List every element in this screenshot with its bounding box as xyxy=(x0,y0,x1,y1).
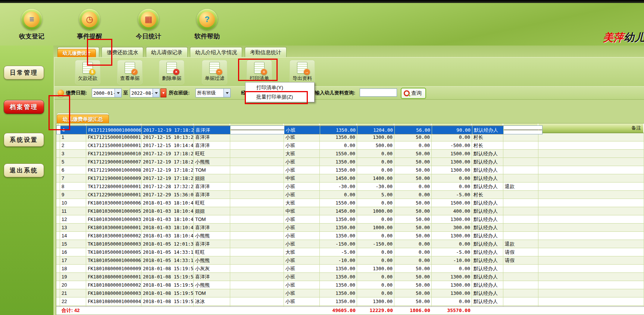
search-input[interactable] xyxy=(360,88,397,97)
row-gutter xyxy=(56,248,60,256)
help-icon: ? xyxy=(197,9,218,30)
filter-bill-button[interactable]: ~ 单据过滤 xyxy=(202,60,227,84)
content-panel: $ 欠款还款 ✓ 查看单据 × 删除单据 ~ 单据过滤 ≡ 打印清单 xyxy=(54,57,644,315)
table-row[interactable]: 13FK180103000010000012018-01-03 18:10:41… xyxy=(56,224,644,232)
cell-bill-date: 2017-12-29 15:36:02 xyxy=(141,191,194,199)
table-row[interactable]: 16TK180105000010000052018-01-05 14:33:19… xyxy=(56,248,644,256)
table-row[interactable]: 2CK171215000010000012017-12-15 10:14:43喜… xyxy=(56,141,644,150)
chevron-down-icon[interactable] xyxy=(115,89,121,97)
sidebar-item-exit-system[interactable]: 退出系统 xyxy=(4,163,44,177)
cell-id-card xyxy=(230,232,284,240)
table-row[interactable]: 14FK180103000010000022018-01-03 18:10:41… xyxy=(56,232,644,240)
chevron-down-icon[interactable] xyxy=(153,89,159,97)
menu-item-print-list[interactable]: 打印清单(Y) xyxy=(246,83,314,92)
table-row[interactable]: 21FK180108000010000032018-01-08 15:19:59… xyxy=(56,289,644,297)
table-row[interactable]: 4FK171219000010000062017-12-19 17:18:22喜… xyxy=(56,125,543,134)
today-stats-button[interactable]: ▦ 今日统计 xyxy=(126,9,171,41)
query-button[interactable]: 查询 xyxy=(401,88,426,99)
debt-repay-button[interactable]: $ 欠款还款 xyxy=(75,60,100,84)
cell-bill-date: 2017-12-15 10:13:24 xyxy=(141,133,194,141)
cell-received: 0.00 xyxy=(357,215,394,224)
table-row[interactable]: 20FK180108000010000022018-01-08 15:19:59… xyxy=(56,281,644,289)
table-row[interactable]: 6FK171219000010000082017-12-19 17:18:22T… xyxy=(56,166,644,174)
sidebar-item-archive-management[interactable]: 档案管理 xyxy=(4,100,44,114)
cell-received: 1300.00 xyxy=(357,297,394,306)
date-from-select[interactable]: 2000-01-01 xyxy=(92,88,122,97)
table-row[interactable]: 11FK180103000010000052018-01-03 18:10:41… xyxy=(56,207,644,215)
cell-source xyxy=(503,273,538,281)
cell-bill-no: FK18010800001000009 xyxy=(86,265,141,273)
sidebar-item-system-settings[interactable]: 系统设置 xyxy=(4,133,44,147)
table-row[interactable]: 8TK171228000010000012017-12-28 17:32:21喜… xyxy=(56,183,644,191)
menu-item-batch-print[interactable]: 批量打印单据(Z) xyxy=(246,92,314,102)
cell-receivable: 1350.00 xyxy=(320,133,357,141)
table-row[interactable]: 1FK171215000010000012017-12-15 10:13:24喜… xyxy=(56,133,644,141)
cell-bill-no: FK18010300001000006 xyxy=(86,199,141,207)
cell-receivable: 1350.00 xyxy=(320,297,357,306)
cell-index: 13 xyxy=(60,224,86,232)
cell-child-name: 小灰灰 xyxy=(194,265,230,273)
table-row[interactable]: 10FK180103000010000062018-01-03 18:10:41… xyxy=(56,199,644,207)
software-help-button[interactable]: ? 软件帮助 xyxy=(185,9,229,41)
cell-discount: 50.00 xyxy=(394,297,432,306)
cell-received: -150.00 xyxy=(357,240,394,248)
cell-source xyxy=(503,215,538,224)
table-row[interactable]: 22FK180108000010000042018-01-08 15:19:59… xyxy=(56,297,644,306)
delete-bill-icon: × xyxy=(166,62,177,74)
cell-id-card xyxy=(230,141,284,150)
tab-attendance-stats[interactable]: 考勤信息统计 xyxy=(245,47,287,57)
to-label: 至 xyxy=(123,90,128,96)
cell-remark xyxy=(538,224,644,232)
table-row[interactable]: 17TK180105000010000062018-01-05 14:33:19… xyxy=(56,256,644,265)
cell-receivable: 1350.00 xyxy=(320,158,357,166)
cell-source xyxy=(504,130,539,130)
export-data-button[interactable]: → 导出资料 xyxy=(290,60,315,84)
tab-child-payment-stats[interactable]: 幼儿缴费统计 xyxy=(57,49,96,58)
table-row[interactable]: 18FK180108000010000092018-01-08 15:19:59… xyxy=(56,265,644,273)
table-row[interactable]: 19FK180108000010000012018-01-08 15:19:59… xyxy=(56,273,644,281)
cell-child-name: 小熊熊 xyxy=(194,232,230,240)
event-reminder-button[interactable]: ◷ 事件提醒 xyxy=(67,9,112,41)
cell-debt: 1300.00 xyxy=(432,281,472,289)
date-to-select[interactable]: 2022-08-16 xyxy=(130,88,160,97)
table-row[interactable]: 12FK180103000010000032018-01-03 18:10:41… xyxy=(56,215,644,224)
export-data-icon: → xyxy=(297,62,307,74)
cell-remark xyxy=(538,174,644,183)
brand-logo: 美萍幼儿 xyxy=(603,31,644,45)
sidebar-item-daily-management[interactable]: 日常管理 xyxy=(4,66,44,79)
row-gutter xyxy=(56,289,60,297)
table-row[interactable]: 15TK180105000010000032018-01-05 12:01:36… xyxy=(56,240,644,248)
view-bill-button[interactable]: ✓ 查看单据 xyxy=(117,60,143,84)
print-list-button[interactable]: ≡ 打印清单 xyxy=(247,60,272,84)
table-row[interactable]: 9CK171229000010000012017-12-29 15:36:02喜… xyxy=(56,191,644,199)
cell-discount: 0.00 xyxy=(394,191,432,199)
cell-operator: 默认经办人 xyxy=(472,174,503,183)
class-select[interactable]: 所有班级 xyxy=(196,88,231,97)
cell-index: 4 xyxy=(60,126,87,134)
cell-bill-date: 2018-01-08 15:19:59 xyxy=(141,297,194,306)
cell-received: 500.00 xyxy=(357,141,394,150)
tab-payment-flow[interactable]: 缴费还款流水 xyxy=(101,47,143,57)
table-row[interactable]: 3FK171219000010000102017-12-19 17:18:22旺… xyxy=(56,150,644,158)
cell-discount: 50.00 xyxy=(394,289,432,297)
income-expense-button[interactable]: ≡ 收支登记 xyxy=(9,9,54,41)
table-row[interactable]: 5FK171219000010000072017-12-19 17:18:22小… xyxy=(56,158,644,166)
cell-bill-date: 2017-12-19 17:18:22 xyxy=(141,174,194,183)
cell-bill-date: 2018-01-03 18:10:41 xyxy=(141,215,194,224)
cell-index: 15 xyxy=(60,240,86,248)
subtab-payment-summary[interactable]: 幼儿缴费单据汇总 xyxy=(57,115,109,124)
delete-bill-button[interactable]: × 删除单据 xyxy=(159,60,184,84)
row-gutter xyxy=(56,297,60,306)
date-quick-pick-button[interactable] xyxy=(160,88,166,97)
table-row[interactable]: 7FK171219000010000092017-12-19 17:18:22妞… xyxy=(56,174,644,183)
cell-remark xyxy=(538,199,644,207)
tab-leave-records[interactable]: 幼儿请假记录 xyxy=(146,47,188,57)
tab-referral-enrollment[interactable]: 幼儿介绍入学情况 xyxy=(190,47,242,57)
chevron-down-icon[interactable] xyxy=(223,89,230,97)
cell-index: 8 xyxy=(60,183,86,191)
check-badge-icon: ✓ xyxy=(131,69,138,75)
cell-bill-no: FK18010800001000002 xyxy=(86,281,141,289)
cell-class: 小班 xyxy=(284,273,320,281)
cell-debt: -5.00 xyxy=(432,248,472,256)
column-header-remark[interactable]: 备注 xyxy=(538,124,644,133)
